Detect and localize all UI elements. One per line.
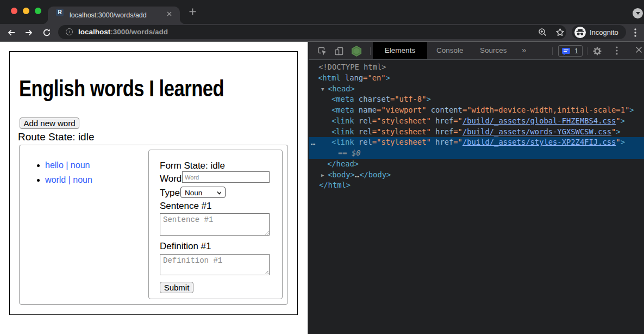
- issues-count: 1: [574, 47, 578, 55]
- submit-button[interactable]: Submit: [160, 282, 193, 293]
- tab-elements-label: Elements: [373, 46, 427, 54]
- toolbar-separator: [587, 47, 587, 55]
- definition-input[interactable]: [160, 254, 270, 275]
- devtools-code-line[interactable]: </html>: [309, 180, 644, 191]
- incognito-icon: [574, 27, 586, 38]
- browser-tab[interactable]: R localhost:3000/words/add: [48, 7, 180, 24]
- page-content: English words I learned Add new word Rou…: [0, 42, 308, 334]
- more-tabs-icon[interactable]: »: [522, 45, 526, 54]
- devtools-code-line[interactable]: </head>: [309, 159, 644, 170]
- page-title: English words I learned: [19, 77, 224, 101]
- form-state-text: Form State: idle: [160, 160, 225, 171]
- devtools-code-line[interactable]: <link rel="stylesheet" href="/build/_ass…: [309, 127, 644, 138]
- word-label: Word: [160, 174, 182, 184]
- toolbar-separator: [552, 47, 553, 55]
- devtools-code-line[interactable]: ▼<head>: [309, 84, 644, 95]
- tab-sources[interactable]: Sources: [480, 46, 507, 54]
- bullet-icon: [37, 164, 40, 167]
- tab-close-icon[interactable]: [167, 11, 172, 16]
- tab-strip: R localhost:3000/words/add: [0, 0, 644, 24]
- devtools-close-icon[interactable]: [635, 46, 642, 53]
- back-button[interactable]: [7, 28, 16, 38]
- devtools-code-line[interactable]: <link rel="stylesheet" href="/build/_ass…: [309, 116, 644, 127]
- download-caret-icon: [636, 12, 640, 15]
- type-select-value: Noun: [185, 188, 202, 197]
- expand-arrow-icon[interactable]: ▼: [321, 84, 324, 95]
- add-new-word-button[interactable]: Add new word: [20, 117, 79, 129]
- devtools-code-line[interactable]: <meta name="viewport" content="width=dev…: [309, 105, 644, 116]
- issues-bubble-icon: [561, 47, 571, 56]
- maximize-window-button[interactable]: [35, 8, 41, 14]
- word-list-item: hello | noun: [45, 158, 92, 173]
- zoom-icon[interactable]: [538, 28, 547, 37]
- incognito-label: Incognito: [590, 28, 618, 36]
- issues-counter[interactable]: 1: [558, 45, 583, 57]
- devtools-code-line[interactable]: …<link rel="stylesheet" href="/build/_as…: [309, 137, 644, 148]
- toolbar-separator: [370, 47, 371, 55]
- incognito-badge: Incognito: [572, 25, 626, 39]
- browser-toolbar: i localhost:3000/words/add Incognito: [0, 24, 644, 42]
- chevron-down-icon: [217, 191, 221, 195]
- word-input[interactable]: [182, 171, 270, 183]
- devtools-code: <!DOCTYPE html><html lang="en">▼<head><m…: [309, 62, 644, 191]
- reload-button[interactable]: [42, 28, 52, 38]
- type-label: Type: [160, 188, 180, 199]
- forward-button[interactable]: [24, 28, 34, 38]
- minimize-window-button[interactable]: [23, 8, 29, 14]
- new-tab-button[interactable]: [189, 8, 196, 15]
- inspect-element-icon[interactable]: [317, 46, 328, 57]
- sentence-input[interactable]: [160, 213, 270, 236]
- remix-favicon: R: [56, 9, 64, 16]
- bookmark-star-icon[interactable]: [555, 28, 565, 37]
- sentence-label: Sentence #1: [160, 201, 211, 212]
- type-select[interactable]: Noun: [180, 187, 226, 198]
- tab-elements[interactable]: Elements: [373, 42, 427, 59]
- devtools-menu-icon[interactable]: [616, 46, 618, 55]
- bullet-icon: [37, 179, 40, 182]
- page-info-icon[interactable]: i: [66, 28, 73, 35]
- word-link[interactable]: world | noun: [45, 175, 92, 184]
- close-window-button[interactable]: [11, 8, 17, 14]
- settings-gear-icon[interactable]: [593, 47, 602, 55]
- address-bar[interactable]: i localhost:3000/words/add: [58, 25, 566, 39]
- devtools-code-line[interactable]: == $0: [309, 148, 644, 159]
- word-link[interactable]: hello | noun: [45, 160, 90, 170]
- device-toolbar-icon[interactable]: [334, 46, 345, 57]
- devtools-code-line[interactable]: ▶<body>…</body>: [309, 170, 644, 181]
- download-button[interactable]: [633, 8, 643, 18]
- word-list-item: world | noun: [45, 173, 92, 188]
- tab-title: localhost:3000/words/add: [70, 11, 147, 19]
- devtools-panel: Elements Console Sources » 1: [308, 42, 644, 334]
- url-text: localhost:3000/words/add: [78, 28, 168, 36]
- route-state-text: Route State: idle: [18, 131, 94, 144]
- extension-hexagon-icon[interactable]: [351, 45, 362, 57]
- definition-label: Definition #1: [160, 241, 211, 252]
- words-list: hello | nounworld | noun: [45, 158, 92, 187]
- add-word-form: Form State: idle Word Type Noun Sentence…: [148, 150, 283, 299]
- devtools-code-line[interactable]: <html lang="en">: [309, 73, 644, 84]
- code-line-ellipsis[interactable]: …: [311, 137, 315, 148]
- devtools-code-line[interactable]: <meta charset="utf-8">: [309, 94, 644, 105]
- devtools-toolbar: Elements Console Sources » 1: [309, 42, 644, 60]
- expand-arrow-icon[interactable]: ▶: [321, 170, 324, 181]
- browser-menu-icon[interactable]: [634, 28, 636, 38]
- tab-console[interactable]: Console: [436, 46, 464, 54]
- devtools-code-line[interactable]: <!DOCTYPE html>: [309, 62, 644, 73]
